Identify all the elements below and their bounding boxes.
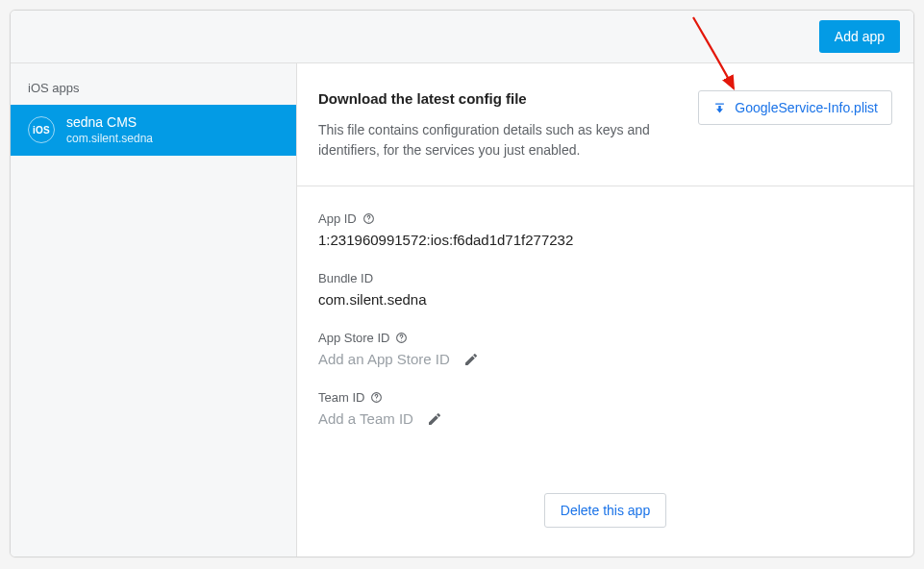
sidebar-section-label: iOS apps <box>11 75 296 105</box>
app-id-value: 1:231960991572:ios:f6dad1d71f277232 <box>318 232 892 248</box>
sidebar-app-name: sedna CMS <box>66 114 153 132</box>
delete-app-button[interactable]: Delete this app <box>544 493 666 528</box>
main-content: Download the latest config file This fil… <box>297 63 913 557</box>
download-plist-label: GoogleService-Info.plist <box>735 100 878 115</box>
sidebar-app-text: sedna CMS com.silent.sedna <box>66 114 153 146</box>
top-bar: Add app <box>11 11 913 63</box>
app-store-id-row[interactable]: Add an App Store ID <box>318 351 892 367</box>
ios-icon: iOS <box>28 116 55 143</box>
help-icon[interactable] <box>362 212 375 225</box>
pencil-icon[interactable] <box>427 411 442 427</box>
bundle-id-value: com.silent.sedna <box>318 291 892 308</box>
sidebar-app-row[interactable]: iOS sedna CMS com.silent.sedna <box>11 105 296 156</box>
bundle-id-field: Bundle ID com.silent.sedna <box>318 271 892 308</box>
bundle-id-label: Bundle ID <box>318 271 892 285</box>
app-store-id-placeholder: Add an App Store ID <box>318 351 450 367</box>
team-id-field: Team ID Add a Team ID <box>318 390 892 427</box>
download-icon <box>712 101 727 115</box>
svg-point-1 <box>368 221 369 222</box>
app-store-id-field: App Store ID Add an App Store ID <box>318 331 892 367</box>
team-id-placeholder: Add a Team ID <box>318 410 413 427</box>
config-text: Download the latest config file This fil… <box>318 90 681 161</box>
details-section: App ID 1:231960991572:ios:f6dad1d71f2772… <box>297 186 913 557</box>
sidebar-app-bundle: com.silent.sedna <box>66 132 153 146</box>
app-id-field: App ID 1:231960991572:ios:f6dad1d71f2772… <box>318 211 892 248</box>
app-id-label: App ID <box>318 211 892 226</box>
svg-point-5 <box>376 400 377 401</box>
help-icon[interactable] <box>370 391 383 404</box>
pencil-icon[interactable] <box>463 352 479 367</box>
add-app-button[interactable]: Add app <box>819 20 900 53</box>
svg-point-3 <box>402 340 403 341</box>
team-id-label: Team ID <box>318 390 892 405</box>
app-store-id-label-text: App Store ID <box>318 331 389 345</box>
help-icon[interactable] <box>395 332 408 344</box>
body-area: iOS apps iOS sedna CMS com.silent.sedna … <box>11 63 913 557</box>
config-section: Download the latest config file This fil… <box>297 63 913 186</box>
delete-row: Delete this app <box>318 493 892 539</box>
download-plist-button[interactable]: GoogleService-Info.plist <box>698 90 892 125</box>
team-id-label-text: Team ID <box>318 390 364 405</box>
sidebar: iOS apps iOS sedna CMS com.silent.sedna <box>11 63 297 557</box>
app-store-id-label: App Store ID <box>318 331 892 345</box>
settings-panel: Add app iOS apps iOS sedna CMS com.silen… <box>10 10 914 557</box>
app-id-label-text: App ID <box>318 211 357 226</box>
config-title: Download the latest config file <box>318 90 681 107</box>
team-id-row[interactable]: Add a Team ID <box>318 410 892 427</box>
config-description: This file contains configuration details… <box>318 120 664 161</box>
bundle-id-label-text: Bundle ID <box>318 271 373 285</box>
